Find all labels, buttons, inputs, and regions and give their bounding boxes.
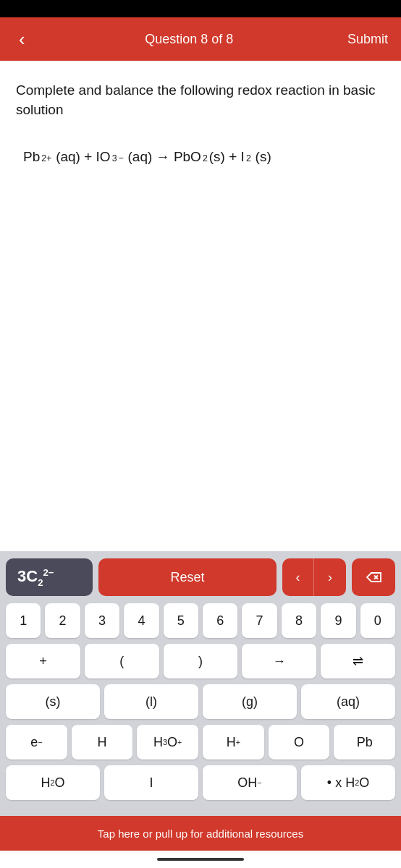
- key-solid[interactable]: (s): [6, 684, 100, 719]
- nav-right-button[interactable]: ›: [314, 558, 346, 596]
- input-display-text: 3C22−: [17, 567, 54, 588]
- key-arrow[interactable]: →: [242, 644, 316, 678]
- display-row: 3C22− Reset ‹ ›: [6, 558, 395, 596]
- key-5[interactable]: 5: [164, 603, 198, 638]
- water-row: H2O I OH− • x H2O: [6, 765, 395, 800]
- key-4[interactable]: 4: [124, 603, 159, 638]
- digit-row: 1 2 3 4 5 6 7 8 9 0: [6, 603, 395, 638]
- nav-button-group: ‹ ›: [282, 558, 346, 596]
- submit-button[interactable]: Submit: [347, 32, 388, 47]
- equation: Pb2+ (aq) + IO3− (aq) → PbO2(s) + I2 (s): [23, 147, 378, 168]
- equation-box: Pb2+ (aq) + IO3− (aq) → PbO2(s) + I2 (s): [16, 135, 385, 179]
- key-6[interactable]: 6: [203, 603, 237, 638]
- key-close-paren[interactable]: ): [164, 644, 238, 678]
- status-bar: [0, 0, 401, 17]
- key-1[interactable]: 1: [6, 603, 41, 638]
- key-liquid[interactable]: (l): [104, 684, 198, 719]
- operator-row: + ( ) → ⇌: [6, 644, 395, 678]
- key-0[interactable]: 0: [360, 603, 395, 638]
- key-9[interactable]: 9: [321, 603, 355, 638]
- key-2[interactable]: 2: [45, 603, 80, 638]
- state-row: (s) (l) (g) (aq): [6, 684, 395, 719]
- reset-button[interactable]: Reset: [98, 558, 277, 596]
- question-progress: Question 8 of 8: [145, 32, 233, 47]
- key-equilibrium[interactable]: ⇌: [321, 644, 395, 678]
- key-H[interactable]: H: [72, 725, 133, 760]
- nav-left-button[interactable]: ‹: [282, 558, 314, 596]
- key-8[interactable]: 8: [282, 603, 316, 638]
- content-area: Complete and balance the following redox…: [0, 61, 401, 551]
- key-xH2O[interactable]: • x H2O: [301, 765, 395, 800]
- input-display: 3C22−: [6, 558, 93, 596]
- key-Hplus[interactable]: H+: [203, 725, 264, 760]
- key-aqueous[interactable]: (aq): [301, 684, 395, 719]
- key-3[interactable]: 3: [85, 603, 119, 638]
- key-gas[interactable]: (g): [203, 684, 297, 719]
- keyboard-area: 3C22− Reset ‹ › 1 2 3 4 5 6 7 8 9 0 + (: [0, 551, 401, 816]
- key-OHminus[interactable]: OH−: [203, 765, 297, 800]
- top-bar: ‹ Question 8 of 8 Submit: [0, 17, 401, 61]
- key-7[interactable]: 7: [242, 603, 277, 638]
- key-H3O[interactable]: H3O+: [137, 725, 198, 760]
- key-open-paren[interactable]: (: [85, 644, 159, 678]
- home-indicator: [0, 851, 401, 868]
- key-I[interactable]: I: [104, 765, 198, 800]
- bottom-bar-text: Tap here or pull up for additional resou…: [98, 827, 303, 840]
- key-electron[interactable]: e−: [6, 725, 67, 760]
- key-Pb[interactable]: Pb: [334, 725, 395, 760]
- chemical-row: e− H H3O+ H+ O Pb: [6, 725, 395, 760]
- key-H2O[interactable]: H2O: [6, 765, 100, 800]
- key-plus[interactable]: +: [6, 644, 80, 678]
- key-O[interactable]: O: [269, 725, 330, 760]
- back-button[interactable]: ‹: [13, 25, 31, 54]
- backspace-button[interactable]: [352, 558, 395, 596]
- home-bar: [157, 858, 244, 861]
- question-text: Complete and balance the following redox…: [16, 81, 385, 119]
- bottom-bar[interactable]: Tap here or pull up for additional resou…: [0, 816, 401, 851]
